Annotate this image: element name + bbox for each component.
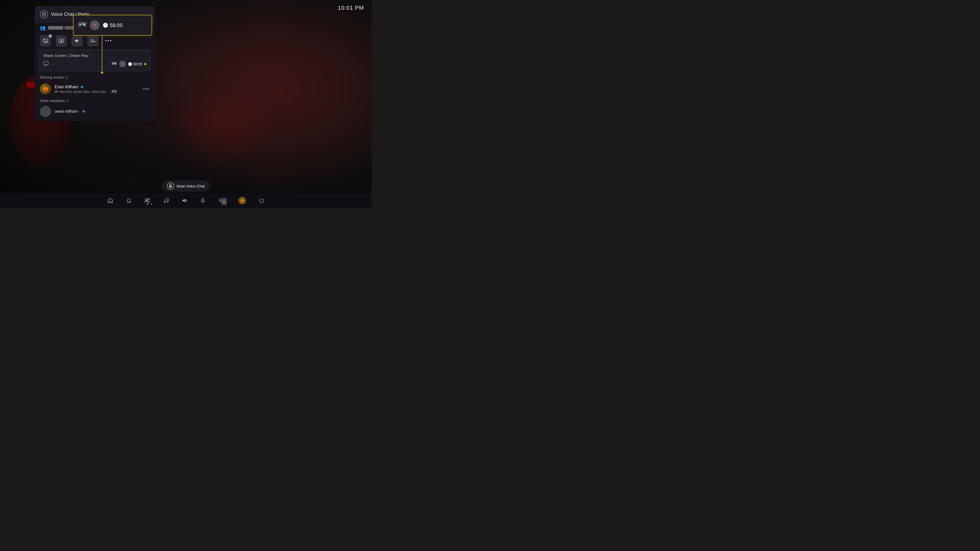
user-avatar-nav: 🎃	[239, 197, 246, 204]
more-options-button[interactable]: •••	[103, 35, 115, 46]
popup-timer: 🕐 58:05	[103, 22, 123, 28]
nav-volume[interactable]	[182, 198, 187, 203]
svg-point-21	[92, 40, 94, 41]
mute-label: Mute Voice Chat	[177, 184, 205, 188]
svg-line-15	[43, 39, 48, 42]
sharing-label: Sharing screen: 1	[35, 74, 155, 81]
svg-rect-50	[223, 201, 226, 203]
nav-avatar[interactable]: 🎃	[239, 197, 246, 204]
svg-point-41	[164, 201, 165, 203]
share-right-section: 🦇 🕐 58:05	[111, 61, 146, 67]
popup-clock-icon: 🕐	[103, 22, 108, 28]
nav-music[interactable]	[163, 198, 169, 203]
popup-avatar: 🦇	[90, 21, 100, 30]
nav-notifications[interactable]	[126, 198, 132, 203]
evan-name: Evan Killham	[55, 85, 78, 89]
svg-rect-24	[44, 62, 48, 65]
member-entry-owen: owen killham ✚	[35, 104, 155, 119]
friends-green-dot	[147, 203, 148, 205]
audio-button[interactable]	[72, 35, 83, 46]
screen-share-off-button[interactable]: ✕	[40, 35, 51, 46]
popup-controller-icon	[78, 21, 87, 29]
svg-marker-43	[183, 199, 185, 203]
nav-friends[interactable]: 9	[145, 198, 151, 203]
friends-count-badge: 9	[151, 203, 152, 205]
share-play-button[interactable]	[56, 35, 67, 46]
navigation-bar: 9	[0, 193, 372, 208]
share-screen-box: Share Screen | Share Play ---	[39, 49, 151, 71]
playstation-icon	[40, 10, 48, 18]
evan-game-name: Marvel's Spider-Man: Miles Mor...	[60, 90, 109, 94]
owen-psplus-icon: ✚	[82, 110, 85, 114]
controller-icon-small	[111, 62, 117, 67]
nav-controller[interactable]	[218, 198, 226, 203]
svg-marker-20	[75, 39, 78, 43]
yellow-dot	[144, 63, 146, 65]
nav-power[interactable]	[259, 198, 264, 203]
evan-more-button[interactable]: •••	[143, 86, 150, 92]
mute-voice-chat-bar[interactable]: Mute Voice Chat	[162, 180, 210, 192]
owen-name-row: owen killham ✚	[55, 109, 85, 114]
owen-avatar	[40, 106, 51, 117]
share-dashes: ---	[51, 62, 108, 66]
game-icon: 🎮	[55, 90, 58, 94]
evan-avatar: 🎃	[40, 83, 51, 95]
member-dot-1	[48, 26, 63, 30]
svg-point-40	[148, 199, 150, 200]
share-box-title: Share Screen | Share Play	[43, 53, 146, 58]
share-timer: 🕐 58:05	[128, 62, 142, 66]
owen-name: owen killham	[55, 109, 78, 114]
popup-time: 58:05	[110, 22, 123, 28]
mute-icon	[167, 183, 174, 189]
svg-marker-19	[61, 40, 62, 41]
evan-game: 🎮 Marvel's Spider-Man: Miles Mor...	[55, 90, 140, 94]
group-icon: 👥	[40, 25, 45, 30]
add-member-button[interactable]	[87, 35, 99, 46]
evan-psplus-icon: ✚	[80, 85, 83, 89]
share-box-row: --- 🦇 🕐 58:05	[43, 61, 146, 67]
nav-home[interactable]	[107, 198, 113, 203]
x-badge: ✕	[48, 34, 52, 38]
other-members-label: Other members: 1	[35, 97, 155, 104]
svg-point-42	[167, 201, 169, 202]
nav-mic[interactable]	[200, 198, 206, 203]
svg-rect-37	[170, 184, 171, 186]
clock-display: 10:01 PM	[338, 5, 364, 11]
evan-name-row: Evan Killham ✚	[55, 85, 140, 89]
svg-point-33	[83, 24, 84, 24]
owen-info: owen killham ✚	[55, 109, 85, 114]
screen-icon	[43, 61, 49, 67]
svg-rect-44	[202, 198, 204, 201]
floating-session-popup: 🦇 🕐 58:05	[73, 15, 152, 36]
evan-info: Evan Killham ✚ 🎮 Marvel's Spider-Man: Mi…	[55, 85, 140, 94]
clock-small-icon: 🕐	[128, 62, 132, 66]
svg-point-34	[84, 24, 85, 25]
svg-point-39	[145, 198, 148, 201]
member-entry-evan: 🎃 Evan Killham ✚ 🎮 Marvel's Spider-Man: …	[35, 81, 155, 97]
character-icon: 🦇	[119, 61, 126, 67]
svg-point-30	[115, 63, 116, 64]
